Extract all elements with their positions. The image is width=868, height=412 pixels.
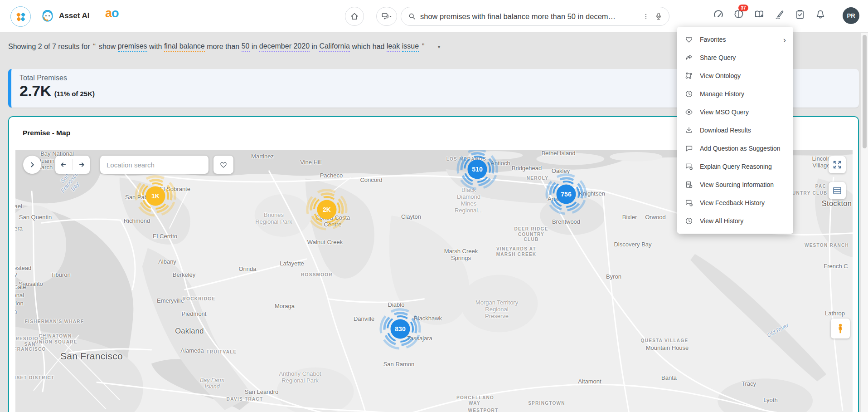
map-forward-button[interactable] bbox=[73, 156, 90, 174]
cluster-count: 756 bbox=[561, 191, 571, 198]
map-cluster[interactable]: 2K bbox=[305, 188, 349, 231]
map-cluster[interactable]: 830 bbox=[378, 307, 422, 351]
pegman-icon bbox=[834, 322, 846, 335]
conversation-mode-button[interactable] bbox=[376, 7, 397, 26]
kpi-sub-value: (11% of 25K) bbox=[54, 90, 95, 98]
clipboard-check-icon bbox=[794, 9, 806, 20]
notification-count-badge: 37 bbox=[738, 5, 748, 11]
menu-item[interactable]: View Sourcing Information › bbox=[677, 176, 793, 194]
query-sentence: show premises with final balance more th… bbox=[99, 42, 419, 52]
menu-item-label: View All History bbox=[700, 217, 743, 225]
pinwheel-logo-icon bbox=[15, 11, 27, 23]
cluster-count: 510 bbox=[472, 166, 482, 173]
search-icon bbox=[407, 12, 417, 21]
menu-item[interactable]: Share Query › bbox=[677, 49, 793, 67]
menu-item-label: View MSO Query bbox=[700, 108, 749, 116]
location-search-input[interactable] bbox=[107, 161, 202, 169]
map-cluster[interactable]: 510 bbox=[456, 150, 499, 191]
cluster-count: 2K bbox=[323, 206, 331, 213]
menu-item[interactable]: View MSO Query › bbox=[677, 103, 793, 121]
map-panel-expand-button[interactable] bbox=[23, 156, 41, 174]
map-history-nav bbox=[55, 156, 90, 174]
page-scrollbar bbox=[861, 33, 868, 412]
arrow-right-icon bbox=[76, 160, 86, 170]
clock-icon bbox=[684, 216, 693, 226]
search-input[interactable] bbox=[420, 12, 638, 21]
microphone-icon[interactable] bbox=[654, 11, 664, 21]
map-cluster[interactable]: 756 bbox=[544, 172, 588, 216]
ao-logo-o: o bbox=[112, 6, 119, 20]
query-term: december 2020 bbox=[259, 42, 310, 52]
book-sparkle-icon bbox=[753, 9, 765, 20]
query-term: California bbox=[319, 42, 350, 52]
menu-item[interactable]: View Feedback History › bbox=[677, 194, 793, 212]
map-back-button[interactable] bbox=[56, 156, 73, 174]
kebab-menu-icon[interactable] bbox=[642, 12, 650, 21]
menu-item[interactable]: Add Question as Suggestion › bbox=[677, 139, 793, 157]
query-term: leak bbox=[387, 42, 400, 52]
share-icon bbox=[684, 53, 693, 62]
ai-insights-button[interactable]: 37 bbox=[733, 9, 745, 20]
menu-item[interactable]: Manage History › bbox=[677, 85, 793, 103]
query-act ions-menu: Favorites › Share Query › View Ontology … bbox=[677, 27, 793, 234]
results-prefix: Showing 2 of 7 results for bbox=[8, 43, 90, 51]
cluster-count: 1K bbox=[151, 192, 160, 200]
usage-gauge-button[interactable] bbox=[713, 9, 724, 20]
header-actions: 37 bbox=[713, 9, 826, 20]
clock-icon bbox=[684, 89, 693, 98]
menu-item[interactable]: View Ontology › bbox=[677, 67, 793, 85]
menu-item[interactable]: Download Results › bbox=[677, 121, 793, 139]
menu-item[interactable]: Favorites › bbox=[677, 30, 793, 49]
menu-item-label: View Feedback History bbox=[700, 199, 765, 206]
query-term: final balance bbox=[164, 42, 205, 52]
gauge-icon bbox=[713, 9, 724, 20]
menu-item[interactable]: View All History › bbox=[677, 212, 793, 230]
chevron-right-icon bbox=[27, 160, 37, 170]
arrow-left-icon bbox=[59, 160, 69, 170]
eye-icon bbox=[684, 108, 693, 117]
brand-logo: Asset AI bbox=[40, 8, 89, 24]
menu-item-label: Favorites bbox=[700, 36, 726, 43]
chat-icon bbox=[684, 144, 693, 153]
scrollbar-thumb[interactable] bbox=[863, 35, 867, 148]
query-term: more than bbox=[205, 43, 242, 51]
ao-logo-a: a bbox=[105, 6, 112, 20]
brand-name: Asset AI bbox=[59, 11, 89, 20]
tasks-button[interactable] bbox=[794, 9, 806, 20]
bell-icon bbox=[815, 9, 826, 20]
location-search-box bbox=[100, 156, 209, 174]
map-cluster[interactable]: 1K bbox=[134, 174, 177, 218]
app-launcher-button[interactable] bbox=[10, 6, 31, 27]
street-view-pegman-button[interactable] bbox=[831, 319, 850, 338]
kpi-value: 2.7K bbox=[19, 83, 51, 99]
results-summary-bar: Showing 2 of 7 results for “ show premis… bbox=[8, 33, 440, 60]
query-term: with bbox=[147, 43, 164, 51]
map-fullscreen-button[interactable] bbox=[829, 156, 846, 173]
chat-info-icon bbox=[684, 162, 693, 171]
pen-icon bbox=[774, 9, 786, 20]
app-screen: Asset AI ao bbox=[0, 0, 868, 412]
user-avatar[interactable]: PR bbox=[843, 7, 859, 24]
menu-item-label: Manage History bbox=[700, 90, 744, 98]
query-search-bar bbox=[401, 7, 669, 26]
notifications-button[interactable] bbox=[815, 9, 826, 20]
layers-list-icon bbox=[832, 185, 843, 196]
menu-item-label: View Sourcing Information bbox=[700, 181, 774, 188]
close-quote: ” bbox=[422, 43, 424, 51]
open-quote: “ bbox=[93, 43, 96, 51]
heart-icon bbox=[219, 160, 228, 169]
map-favorite-button[interactable] bbox=[213, 156, 233, 174]
asset-ai-robot-icon bbox=[40, 8, 55, 24]
knowledge-book-button[interactable] bbox=[753, 9, 765, 20]
query-term: 50 bbox=[242, 42, 250, 52]
menu-item-label: Share Query bbox=[700, 54, 736, 61]
chevron-right-icon: › bbox=[783, 35, 786, 44]
menu-item-label: Explain Query Reasoning bbox=[700, 163, 772, 170]
home-button[interactable] bbox=[345, 7, 364, 26]
menu-item[interactable]: Explain Query Reasoning › bbox=[677, 157, 793, 176]
heart-icon bbox=[684, 35, 693, 44]
map-layers-button[interactable] bbox=[829, 182, 846, 199]
menu-item-label: Add Question as Suggestion bbox=[700, 145, 780, 152]
results-dropdown-caret-icon[interactable]: ▾ bbox=[437, 44, 440, 50]
annotate-button[interactable] bbox=[774, 9, 786, 20]
